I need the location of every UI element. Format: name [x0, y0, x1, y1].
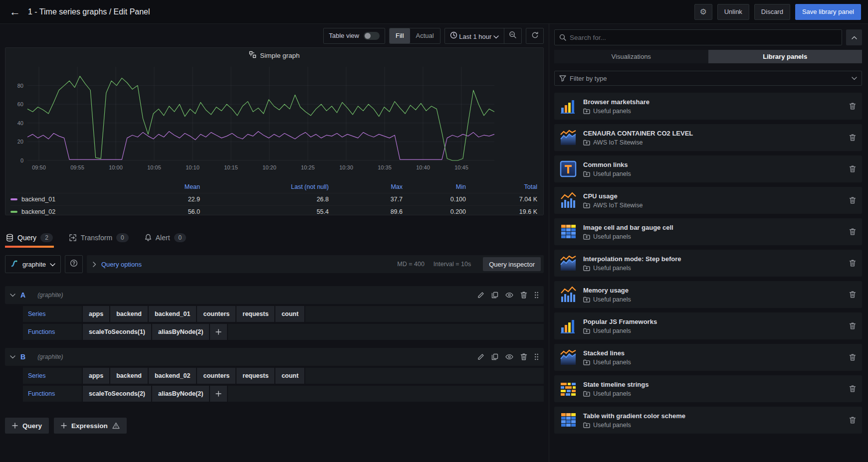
query-segment[interactable]: requests [236, 368, 274, 384]
query-segment[interactable]: aliasByNode(2) [152, 324, 209, 340]
query-ref-id[interactable]: A [20, 291, 25, 299]
fill-option[interactable]: Fill [390, 28, 410, 43]
legend-series-name[interactable]: backend_01 [10, 196, 116, 203]
delete-library-panel-icon[interactable] [849, 134, 856, 142]
series-label[interactable]: Series [23, 306, 82, 322]
delete-library-panel-icon[interactable] [849, 322, 856, 330]
query-segment[interactable]: counters [197, 306, 235, 322]
delete-library-panel-icon[interactable] [849, 102, 856, 110]
library-panel-item[interactable]: CPU usage AWS IoT Sitewise [554, 187, 862, 214]
add-function-button[interactable] [210, 386, 227, 402]
query-options-link[interactable]: Query options [101, 261, 142, 268]
library-panel-item[interactable]: Memory usage Useful panels [554, 281, 862, 308]
duplicate-query-icon[interactable] [491, 353, 498, 360]
query-segment[interactable]: apps [83, 306, 109, 322]
delete-library-panel-icon[interactable] [849, 416, 856, 424]
query-segment[interactable]: apps [83, 368, 109, 384]
query-segment[interactable]: scaleToSeconds(1) [83, 324, 151, 340]
add-expression-button[interactable]: Expression [54, 418, 127, 434]
library-panel-item[interactable]: Browser marketshare Useful panels [554, 93, 862, 120]
library-panel-item[interactable]: CENAURA CONTAINER CO2 LEVEL AWS IoT Site… [554, 124, 862, 151]
query-segment[interactable]: count [275, 368, 304, 384]
drag-handle-icon[interactable] [534, 353, 539, 360]
library-panel-item[interactable]: Table with gradient color scheme Useful … [554, 407, 862, 434]
query-segment[interactable]: count [275, 306, 304, 322]
query-segment[interactable]: backend_01 [149, 306, 197, 322]
actual-option[interactable]: Actual [410, 28, 440, 43]
edit-query-icon[interactable] [477, 353, 484, 360]
delete-query-icon[interactable] [520, 353, 527, 361]
chevron-right-icon [93, 262, 96, 267]
edit-query-icon[interactable] [477, 292, 484, 299]
series-label[interactable]: Series [23, 368, 82, 384]
back-arrow-icon[interactable]: ← [7, 4, 23, 20]
query-inspector-button[interactable]: Query inspector [483, 257, 541, 271]
tab-visualizations[interactable]: Visualizations [554, 50, 708, 63]
collapse-query-icon[interactable] [10, 355, 15, 359]
delete-library-panel-icon[interactable] [849, 196, 856, 204]
query-segment[interactable]: backend [110, 368, 148, 384]
drag-handle-icon[interactable] [534, 292, 539, 299]
query-footer: Query Expression [5, 418, 544, 434]
query-segment[interactable]: backend [110, 306, 148, 322]
table-view-toggle[interactable] [364, 32, 380, 40]
delete-library-panel-icon[interactable] [849, 291, 856, 299]
legend-column-header[interactable]: Mean [116, 183, 201, 190]
delete-library-panel-icon[interactable] [849, 228, 856, 236]
functions-label[interactable]: Functions [23, 324, 82, 340]
folder-plus-icon [583, 422, 590, 428]
legend-column-header[interactable]: Total [467, 183, 538, 190]
duplicate-query-icon[interactable] [491, 292, 498, 299]
search-input[interactable] [570, 34, 837, 41]
toggle-visibility-icon[interactable] [505, 292, 513, 298]
tab-alert[interactable]: Alert 0 [144, 227, 187, 248]
delete-library-panel-icon[interactable] [849, 385, 856, 393]
query-segment[interactable]: scaleToSeconds(2) [83, 386, 151, 402]
save-library-panel-button[interactable]: Save library panel [795, 4, 861, 20]
datasource-help-button[interactable] [65, 255, 83, 273]
delete-library-panel-icon[interactable] [849, 165, 856, 173]
library-panel-item[interactable]: State timeline strings Useful panels [554, 375, 862, 402]
discard-button[interactable]: Discard [754, 4, 790, 20]
functions-label[interactable]: Functions [23, 386, 82, 402]
legend-column-header[interactable]: Max [330, 183, 404, 190]
library-panel-item[interactable]: Common links Useful panels [554, 155, 862, 182]
collapse-query-icon[interactable] [10, 294, 15, 297]
library-panel-item[interactable]: Stacked lines Useful panels [554, 344, 862, 371]
library-panel-item[interactable]: Interpolation mode: Step before Useful p… [554, 250, 862, 277]
legend-column-header[interactable]: Min [404, 183, 467, 190]
legend-column-header[interactable]: Last (not null) [201, 183, 330, 190]
query-segment[interactable]: requests [236, 306, 274, 322]
toggle-visibility-icon[interactable] [505, 354, 513, 360]
query-segment[interactable]: counters [197, 368, 235, 384]
library-panel-item[interactable]: Popular JS Frameworks Useful panels [554, 312, 862, 339]
series-color-swatch[interactable] [10, 198, 17, 200]
library-panel-item[interactable]: Image cell and bar gauge cell Useful pan… [554, 218, 862, 245]
tab-library-panels[interactable]: Library panels [708, 50, 863, 63]
panel-header[interactable]: Simple graph [5, 48, 543, 63]
query-segment[interactable]: aliasByNode(2) [152, 386, 209, 402]
add-function-button[interactable] [210, 324, 227, 340]
filter-by-type-select[interactable]: Filter by type [554, 71, 862, 86]
series-color-swatch[interactable] [10, 211, 17, 213]
zoom-out-button[interactable] [504, 28, 521, 43]
query-ref-id[interactable]: B [20, 353, 25, 361]
time-range-picker[interactable]: Last 1 hour [445, 31, 504, 40]
refresh-button[interactable] [526, 28, 543, 43]
panel-settings-button[interactable]: ⚙ [694, 4, 712, 20]
add-query-button[interactable]: Query [5, 418, 49, 434]
time-series-chart[interactable]: 09:5009:5510:0010:0510:1010:1510:2010:25… [5, 63, 543, 179]
delete-library-panel-icon[interactable] [849, 259, 856, 267]
query-segment[interactable]: backend_02 [149, 368, 197, 384]
unlink-button[interactable]: Unlink [717, 4, 749, 20]
delete-library-panel-icon[interactable] [849, 353, 856, 361]
delete-query-icon[interactable] [520, 291, 527, 299]
datasource-picker[interactable]: graphite [5, 255, 61, 273]
legend-row: backend_0122.926.837.70.1007.04 K [10, 193, 538, 205]
legend-series-name[interactable]: backend_02 [10, 208, 116, 215]
folder-plus-icon [583, 202, 590, 208]
tab-query[interactable]: Query 2 [5, 227, 54, 248]
tab-transform[interactable]: Transform 0 [68, 227, 130, 248]
collapse-sidebar-button[interactable] [846, 29, 862, 45]
panel-toolbar: Table view Fill Actual Last 1 hour [5, 24, 544, 47]
